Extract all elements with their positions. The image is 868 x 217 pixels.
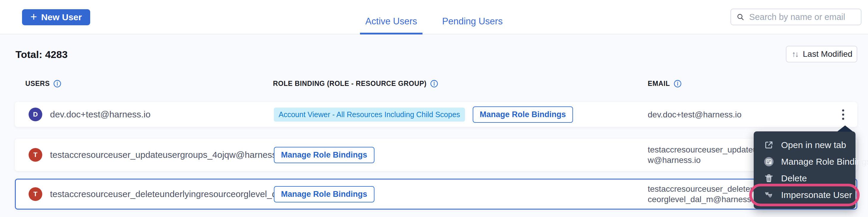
column-header-role-binding-label: ROLE BINDING (ROLE - RESOURCE GROUP) [273, 80, 427, 88]
info-icon[interactable] [674, 80, 682, 88]
total-count: Total: 4283 [16, 49, 68, 60]
table-row[interactable]: T testaccresourceuser_updateusergroups_4… [15, 139, 857, 171]
column-header-users-label: USERS [25, 80, 50, 88]
menu-item-label: Open in new tab [781, 140, 846, 150]
menu-item-label: Delete [781, 173, 807, 183]
column-header-role-binding: ROLE BINDING (ROLE - RESOURCE GROUP) [273, 80, 438, 88]
menu-item-label: Impersonate User [781, 190, 852, 200]
masks-icon [764, 190, 774, 200]
email-line: dev.doc+test@harness.io [648, 109, 829, 120]
role-bindings-icon [764, 157, 774, 167]
external-link-icon [764, 140, 774, 150]
tab-bar: Active Users Pending Users [360, 16, 508, 34]
sort-dropdown[interactable]: ↑↓ Last Modified [786, 46, 857, 63]
table-row-selected[interactable]: T testaccresourceuser_deleteunderlyingre… [15, 179, 857, 210]
column-header-email-label: EMAIL [648, 80, 670, 88]
user-cell: T testaccresourceuser_deleteunderlyingre… [29, 187, 274, 201]
column-header-email: EMAIL [648, 80, 682, 88]
row-context-menu: Open in new tab Manage Role Bindings Del… [754, 132, 856, 209]
row-menu-kebab-icon[interactable] [829, 106, 857, 123]
top-bar: + New User Active Users Pending Users [0, 0, 868, 34]
menu-item-open-in-new-tab[interactable]: Open in new tab [754, 137, 856, 153]
context-menu-caret [837, 125, 853, 132]
user-name: testaccresourceuser_deleteunderlyingreso… [50, 189, 274, 199]
sort-arrows-icon: ↑↓ [792, 50, 798, 59]
search-box[interactable] [731, 9, 862, 25]
plus-icon: + [30, 11, 37, 22]
sort-selected-value: Last Modified [803, 49, 852, 59]
column-header-users: USERS [25, 80, 61, 88]
info-icon[interactable] [430, 80, 438, 88]
menu-item-label: Manage Role Bindings [781, 157, 868, 167]
role-binding-cell: Account Viewer - All Resources Including… [274, 106, 648, 123]
avatar: T [29, 187, 42, 201]
menu-item-manage-role-bindings[interactable]: Manage Role Bindings [754, 153, 856, 170]
table-row[interactable]: D dev.doc+test@harness.io Account Viewer… [15, 102, 857, 127]
users-panel: Total: 4283 ↑↓ Last Modified USERS ROLE … [0, 35, 868, 217]
manage-role-bindings-button[interactable]: Manage Role Bindings [473, 106, 573, 123]
tab-active-users[interactable]: Active Users [360, 16, 423, 34]
user-cell: D dev.doc+test@harness.io [29, 108, 274, 121]
search-input[interactable] [749, 12, 856, 22]
avatar: D [29, 108, 42, 121]
role-binding-cell: Manage Role Bindings [274, 147, 648, 163]
user-name: dev.doc+test@harness.io [50, 109, 151, 119]
user-cell: T testaccresourceuser_updateusergroups_4… [29, 148, 274, 162]
role-binding-badge: Account Viewer - All Resources Including… [274, 108, 465, 121]
new-user-button[interactable]: + New User [22, 9, 90, 25]
manage-role-bindings-button[interactable]: Manage Role Bindings [274, 186, 374, 203]
role-binding-cell: Manage Role Bindings [274, 186, 648, 203]
search-icon [737, 12, 744, 22]
manage-role-bindings-button[interactable]: Manage Role Bindings [274, 147, 374, 163]
user-name: testaccresourceuser_updateusergroups_4oj… [50, 150, 274, 160]
email-cell: dev.doc+test@harness.io [648, 109, 829, 120]
menu-item-delete[interactable]: Delete [754, 170, 856, 187]
new-user-button-label: New User [41, 12, 82, 22]
avatar: T [29, 148, 42, 162]
info-icon[interactable] [53, 80, 61, 88]
tab-pending-users[interactable]: Pending Users [437, 16, 508, 34]
menu-item-impersonate-user[interactable]: Impersonate User [754, 187, 856, 203]
trash-icon [764, 173, 774, 183]
